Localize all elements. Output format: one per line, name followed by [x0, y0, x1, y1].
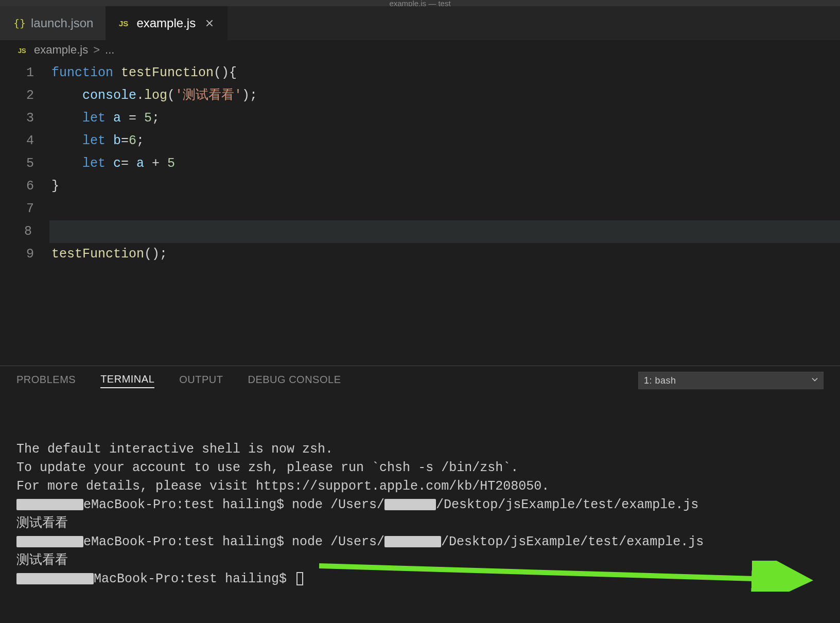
code-content: let b=6; [51, 130, 144, 152]
panel-tabs: PROBLEMS TERMINAL OUTPUT DEBUG CONSOLE 1… [0, 366, 840, 395]
tab-label: example.js [136, 16, 196, 30]
tab-label: launch.json [31, 16, 93, 30]
breadcrumb-more: ... [105, 43, 114, 57]
redacted-text [16, 499, 83, 510]
line-number: 1 [0, 62, 51, 84]
line-number: 6 [0, 175, 51, 198]
editor-line[interactable]: 1function testFunction(){ [0, 62, 840, 84]
terminal-cursor [296, 572, 303, 585]
editor-line[interactable]: 6} [0, 175, 840, 198]
terminal-selector-value: 1: bash [644, 375, 676, 386]
titlebar: example.js — test [0, 0, 840, 6]
editor-line[interactable]: 9testFunction(); [0, 243, 840, 266]
js-icon: JS [18, 44, 29, 56]
redacted-text [384, 499, 436, 510]
code-content: let a = 5; [51, 107, 160, 130]
line-number: 9 [0, 243, 51, 266]
panel-tab-terminal[interactable]: TERMINAL [100, 373, 154, 388]
annotation-arrow-icon [319, 561, 824, 592]
terminal-line: The default interactive shell is now zsh… [16, 442, 333, 457]
redacted-text [384, 536, 441, 547]
code-content: console.log('测试看看'); [51, 84, 257, 107]
editor-line[interactable]: 8 [0, 220, 840, 243]
line-number: 8 [0, 220, 49, 243]
breadcrumb[interactable]: JS example.js > ... [0, 40, 840, 61]
terminal-selector[interactable]: 1: bash [638, 372, 824, 389]
terminal-line: eMacBook-Pro:test hailing$ node /Users//… [16, 497, 698, 512]
svg-text:{}: {} [13, 17, 25, 29]
code-content [49, 220, 840, 243]
tab-example-js[interactable]: JS example.js [106, 6, 227, 40]
chevron-down-icon [811, 375, 819, 386]
terminal-output: 测试看看 [16, 516, 68, 531]
editor-line[interactable]: 7 [0, 198, 840, 220]
terminal-line: To update your account to use zsh, pleas… [16, 460, 518, 475]
line-number: 2 [0, 84, 51, 107]
js-icon: JS [118, 16, 131, 30]
line-number: 5 [0, 152, 51, 175]
editor-line[interactable]: 3 let a = 5; [0, 107, 840, 130]
editor-line[interactable]: 2 console.log('测试看看'); [0, 84, 840, 107]
line-number: 7 [0, 198, 51, 220]
line-number: 3 [0, 107, 51, 130]
code-content: function testFunction(){ [51, 62, 237, 84]
svg-text:JS: JS [119, 19, 128, 28]
panel-tab-output[interactable]: OUTPUT [179, 374, 223, 388]
code-content: testFunction(); [51, 243, 167, 266]
panel-tab-problems[interactable]: PROBLEMS [16, 374, 76, 388]
redacted-text [16, 536, 83, 547]
close-icon[interactable] [204, 18, 215, 29]
tab-launch-json[interactable]: {} launch.json [0, 6, 106, 40]
redacted-text [16, 573, 94, 584]
terminal-body[interactable]: The default interactive shell is now zsh… [0, 395, 840, 623]
code-content: } [51, 175, 59, 198]
code-editor[interactable]: 1function testFunction(){2 console.log('… [0, 61, 840, 266]
terminal-line: For more details, please visit https://s… [16, 479, 549, 494]
window-title: example.js — test [389, 0, 450, 6]
editor-line[interactable]: 4 let b=6; [0, 130, 840, 152]
svg-line-4 [319, 566, 808, 580]
bottom-panel: PROBLEMS TERMINAL OUTPUT DEBUG CONSOLE 1… [0, 366, 840, 623]
braces-icon: {} [12, 16, 26, 30]
tab-bar: {} launch.json JS example.js [0, 6, 840, 40]
editor-line[interactable]: 5 let c= a + 5 [0, 152, 840, 175]
terminal-line: eMacBook-Pro:test hailing$ node /Users//… [16, 534, 704, 549]
code-content: let c= a + 5 [51, 152, 175, 175]
chevron-right-icon: > [93, 43, 100, 57]
breadcrumb-file: example.js [34, 43, 88, 57]
terminal-prompt: MacBook-Pro:test hailing$ [16, 572, 303, 586]
panel-tab-debug-console[interactable]: DEBUG CONSOLE [248, 374, 341, 388]
terminal-output: 测试看看 [16, 553, 68, 568]
line-number: 4 [0, 130, 51, 152]
svg-text:JS: JS [18, 47, 26, 55]
